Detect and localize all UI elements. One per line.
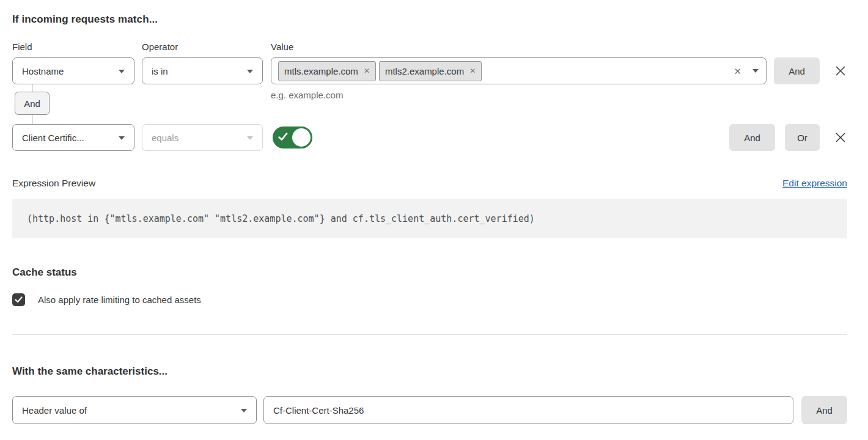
multiselect-controls: ✕ bbox=[734, 67, 759, 76]
field-select-row1-value: Hostname bbox=[22, 66, 64, 76]
tag-remove-icon[interactable]: ✕ bbox=[364, 67, 370, 75]
field-select-row2-value: Client Certific... bbox=[22, 133, 84, 143]
rule-row-1: Hostname is in mtls.example.com ✕ mtls2.… bbox=[12, 57, 847, 84]
value-tag-label: mtls2.example.com bbox=[385, 66, 464, 76]
characteristics-title: With the same characteristics... bbox=[12, 365, 847, 378]
chevron-down-icon bbox=[247, 136, 253, 140]
or-button-row2[interactable]: Or bbox=[785, 124, 820, 151]
connector-line bbox=[32, 84, 32, 92]
chevron-down-icon[interactable] bbox=[752, 69, 759, 73]
operator-select-row2-value: equals bbox=[152, 133, 178, 143]
value-tag: mtls2.example.com ✕ bbox=[379, 61, 482, 81]
value-helper-text: e.g. example.com bbox=[271, 90, 343, 100]
delete-row2-icon[interactable] bbox=[834, 124, 847, 151]
check-icon bbox=[278, 133, 288, 144]
and-connector: And bbox=[15, 84, 50, 124]
chevron-down-icon bbox=[241, 409, 247, 413]
operator-label: Operator bbox=[142, 42, 271, 52]
field-labels-row: Field Operator Value bbox=[12, 42, 847, 52]
value-tag-label: mtls.example.com bbox=[284, 66, 358, 76]
toggle-knob bbox=[292, 128, 311, 147]
between-band: And e.g. example.com bbox=[12, 84, 847, 124]
operator-select-row2-disabled: equals bbox=[142, 124, 263, 151]
tag-remove-icon[interactable]: ✕ bbox=[469, 67, 476, 75]
operator-select-row1[interactable]: is in bbox=[142, 57, 263, 84]
section-divider bbox=[12, 334, 847, 335]
cached-assets-checkbox-label: Also apply rate limiting to cached asset… bbox=[38, 295, 201, 305]
clear-values-icon[interactable]: ✕ bbox=[734, 67, 741, 76]
characteristic-select-value: Header value of bbox=[22, 405, 87, 416]
connector-line bbox=[32, 115, 32, 124]
expression-header: Expression Preview Edit expression bbox=[12, 178, 847, 189]
cache-status-title: Cache status bbox=[12, 266, 847, 279]
cached-assets-checkbox[interactable] bbox=[12, 293, 25, 306]
expression-code-block: (http.host in {"mtls.example.com" "mtls2… bbox=[12, 199, 847, 238]
expression-preview-label: Expression Preview bbox=[12, 178, 95, 189]
and-button-row2[interactable]: And bbox=[729, 124, 775, 151]
characteristics-row: Header value of And bbox=[12, 396, 847, 424]
header-name-input[interactable] bbox=[263, 396, 793, 424]
chevron-down-icon bbox=[119, 136, 125, 140]
chevron-down-icon bbox=[119, 70, 125, 73]
chevron-down-icon bbox=[247, 70, 253, 73]
rule-row-2: Client Certific... equals And Or bbox=[12, 124, 847, 151]
expression-code: (http.host in {"mtls.example.com" "mtls2… bbox=[27, 213, 535, 224]
delete-row1-icon[interactable] bbox=[834, 57, 847, 84]
value-tag: mtls.example.com ✕ bbox=[278, 61, 376, 81]
operator-select-row1-value: is in bbox=[152, 66, 168, 76]
spacer bbox=[312, 124, 722, 151]
edit-expression-link[interactable]: Edit expression bbox=[782, 178, 847, 189]
add-characteristic-and-button[interactable]: And bbox=[801, 396, 847, 424]
field-select-row2[interactable]: Client Certific... bbox=[12, 124, 134, 151]
field-select-row1[interactable]: Hostname bbox=[12, 57, 134, 84]
match-section-title: If incoming requests match... bbox=[12, 13, 847, 26]
value-multiselect-row1[interactable]: mtls.example.com ✕ mtls2.example.com ✕ ✕ bbox=[271, 57, 767, 84]
and-connector-button[interactable]: And bbox=[15, 92, 50, 115]
field-label: Field bbox=[12, 42, 142, 52]
and-button-row1[interactable]: And bbox=[774, 57, 820, 84]
cache-checkbox-row: Also apply rate limiting to cached asset… bbox=[12, 293, 847, 306]
value-label: Value bbox=[271, 42, 847, 52]
characteristic-select[interactable]: Header value of bbox=[12, 396, 257, 424]
rate-limit-rule-builder: If incoming requests match... Field Oper… bbox=[0, 0, 868, 440]
cert-verified-toggle[interactable] bbox=[273, 127, 312, 148]
